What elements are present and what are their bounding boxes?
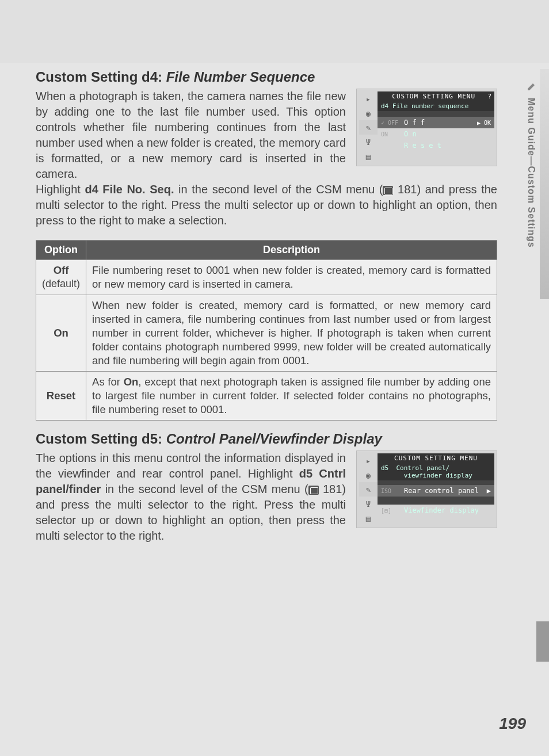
reset-desc-c: , except that next photograph taken is a…: [92, 376, 491, 415]
heading-d5-title: Control Panel/Viewfinder Display: [166, 431, 382, 446]
pencil-tab-icon: ✎: [359, 482, 378, 497]
tuning-fork-icon: Ψ: [359, 497, 378, 511]
d4-p2-b: d4 File No. Seq.: [85, 183, 174, 196]
reset-desc-b: On: [124, 376, 139, 388]
desc-cell-on: When new folder is created, memory card …: [86, 295, 497, 372]
opt1-arrow: ▶: [487, 487, 491, 495]
card-icon: ▤: [359, 511, 378, 525]
cam-menu-title: CUSTOM SETTING MENU ?: [378, 91, 494, 101]
camera-icon: ◉: [359, 468, 378, 482]
opt-off: Off: [54, 264, 69, 276]
heading-d4-title: File Number Sequence: [166, 69, 315, 85]
opt1-label: Rear control panel: [404, 487, 479, 495]
section-d4: Custom Setting d4: File Number Sequence …: [36, 69, 497, 421]
reset-desc-a: As for: [92, 376, 124, 388]
help-icon: ?: [487, 93, 492, 100]
opt-cell-reset: Reset: [36, 372, 86, 421]
heading-d4: Custom Setting d4: File Number Sequence: [36, 69, 497, 85]
desc-cell-off: File numbering reset to 0001 when new fo…: [86, 260, 497, 295]
page-number: 199: [499, 715, 526, 733]
tuning-fork-icon: Ψ: [359, 135, 378, 149]
card-icon: ▤: [359, 149, 378, 163]
options-table: Option Description Off (default) File nu…: [36, 240, 497, 421]
opt-cell-on: On: [36, 295, 86, 372]
cam-opt-off: ✓ OFF O f f ▶ OK: [378, 117, 494, 128]
th-option: Option: [36, 240, 86, 260]
opt-on-pref: ON: [381, 131, 404, 138]
table-row: On When new folder is created, memory ca…: [36, 295, 497, 372]
cam-opt-viewfinder: [⊞] Viewfinder display: [378, 505, 494, 516]
cam-menu-sub-d5: d5 Control panel/ viewfinder display: [378, 463, 494, 480]
camera-menu-d4: ▸ ◉ ✎ Ψ ▤ CUSTOM SETTING MENU ? d4 File …: [356, 89, 497, 166]
cam-opt-on: ON O n: [378, 128, 494, 140]
cam-opt-rear: ISO Rear control panel ▶: [378, 485, 494, 497]
menu-page-icon: [383, 186, 393, 195]
opt-off-pref: ✓ OFF: [381, 120, 404, 126]
opt-on-label: O n: [404, 130, 417, 138]
camera-icon: ◉: [359, 106, 378, 120]
opt-off-label: O f f: [404, 119, 425, 127]
cam-opt-reset: R e s e t: [378, 140, 494, 151]
opt-reset-label: R e s e t: [404, 142, 441, 150]
table-row: Off (default) File numbering reset to 00…: [36, 260, 497, 295]
opt-on: On: [54, 327, 68, 339]
camera-menu-d5: ▸ ◉ ✎ Ψ ▤ CUSTOM SETTING MENU d5 Control…: [356, 450, 497, 528]
thumb-tab: [536, 621, 549, 662]
desc-cell-reset: As for On, except that next photograph t…: [86, 372, 497, 421]
heading-d4-prefix: Custom Setting d4:: [36, 69, 166, 85]
d4-para2: Highlight d4 File No. Seq. in the second…: [36, 182, 497, 228]
cam-menu-title-d5: CUSTOM SETTING MENU: [378, 453, 494, 463]
opt1-pref: ISO: [381, 488, 404, 494]
opt-reset: Reset: [47, 390, 75, 402]
heading-d5-prefix: Custom Setting d5:: [36, 431, 166, 446]
opt2-pref: [⊞]: [381, 507, 404, 514]
opt2-label: Viewfinder display: [404, 506, 479, 514]
pencil-icon: [526, 81, 537, 92]
play-icon: ▸: [359, 91, 378, 106]
th-description: Description: [86, 240, 497, 260]
table-row: Reset As for On, except that next photog…: [36, 372, 497, 421]
ok-indicator: ▶ OK: [477, 120, 491, 126]
menu-page-icon: [308, 486, 319, 495]
cam-title-text: CUSTOM SETTING MENU: [392, 93, 475, 100]
sidebar: Menu Guide—Custom Settings: [526, 81, 542, 299]
heading-d5: Custom Setting d5: Control Panel/Viewfin…: [36, 431, 497, 447]
header-bar: [0, 0, 549, 63]
cam-menu-sub: d4 File number sequence: [378, 101, 494, 111]
section-d5: Custom Setting d5: Control Panel/Viewfin…: [36, 431, 497, 544]
play-icon: ▸: [359, 453, 378, 468]
d5-p-c: in the second level of the CSM menu (: [101, 483, 308, 495]
pencil-tab-icon: ✎: [359, 120, 378, 135]
opt-off-sub: (default): [42, 277, 80, 291]
d4-p2-c: in the second level of the CSM menu (: [174, 183, 383, 196]
sidebar-label: Menu Guide—Custom Settings: [526, 98, 536, 248]
opt-cell-off: Off (default): [36, 260, 86, 295]
d4-p2-a: Highlight: [36, 183, 85, 196]
